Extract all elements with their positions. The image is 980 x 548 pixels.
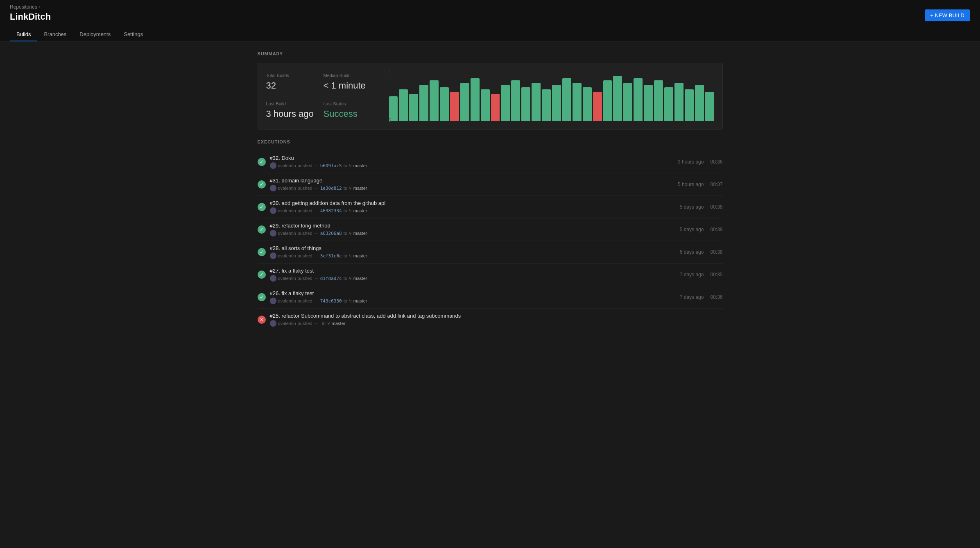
chart-bar — [685, 89, 694, 121]
duration: 00:37 — [710, 182, 722, 187]
duration: 00:38 — [710, 204, 722, 210]
arrow-icon: → — [314, 163, 319, 168]
chart-bar — [583, 87, 592, 121]
execution-branch: master — [353, 163, 367, 168]
execution-action: pushed — [298, 276, 312, 281]
avatar — [270, 207, 276, 214]
repo-title: LinkDitch — [10, 11, 51, 22]
time-ago: 7 days ago — [680, 294, 704, 300]
avatar — [270, 230, 276, 236]
status-icon: ✓ — [258, 180, 266, 189]
branch-icon: ⑂ — [349, 186, 352, 191]
execution-action: pushed — [298, 253, 312, 258]
chart-bar — [644, 85, 653, 121]
breadcrumb-chevron: › — [39, 4, 41, 10]
execution-commit: d1fdad7c — [320, 276, 342, 281]
chart-bars-container — [389, 72, 714, 121]
chart-bar — [562, 78, 571, 121]
chart-bar — [674, 83, 684, 121]
duration: 00:36 — [710, 294, 722, 300]
last-build-label: Last Build — [266, 101, 317, 106]
chart-bar — [664, 87, 673, 121]
chart-bar — [695, 85, 704, 121]
execution-meta: qvalentin pushed → a03206a8 to ⑂ master — [270, 230, 676, 236]
chart-label-top: 1 — [389, 70, 392, 74]
execution-time: 5 days ago00:38 — [680, 227, 723, 232]
execution-action: pushed — [298, 298, 312, 303]
execution-branch: master — [332, 321, 346, 326]
execution-title: #29. refactor long method — [270, 223, 676, 229]
execution-meta: qvalentin pushed → b609fac5 to ⑂ master — [270, 162, 674, 169]
execution-title: #28. all sorts of things — [270, 245, 676, 251]
summary-title: SUMMARY — [258, 51, 723, 56]
status-icon: ✓ — [258, 293, 266, 301]
execution-to: to — [344, 186, 347, 191]
execution-to: to — [344, 208, 347, 213]
execution-row[interactable]: ✓#26. fix a flaky test qvalentin pushed … — [258, 286, 723, 309]
execution-title: #31. domain language — [270, 177, 674, 184]
main-content: SUMMARY Total Builds 32 Median Build < 1… — [244, 41, 736, 341]
chart-bar — [471, 78, 480, 121]
execution-meta: qvalentin pushed → d1fdad7c to ⑂ master — [270, 275, 676, 282]
execution-row[interactable]: ✓#29. refactor long method qvalentin pus… — [258, 218, 723, 241]
execution-time: 7 days ago00:36 — [680, 294, 723, 300]
execution-user: qvalentin — [278, 276, 296, 281]
execution-main: #27. fix a flaky test qvalentin pushed →… — [270, 268, 676, 282]
arrow-icon: → — [314, 231, 319, 236]
chart-bar — [501, 85, 510, 121]
time-ago: 5 days ago — [680, 227, 704, 232]
branch-icon: ⑂ — [349, 163, 352, 168]
tab-settings[interactable]: Settings — [117, 28, 149, 41]
execution-user: qvalentin — [278, 253, 296, 258]
breadcrumb-repos[interactable]: Repositories — [10, 4, 37, 10]
duration: 00:36 — [710, 159, 722, 165]
tab-deployments[interactable]: Deployments — [73, 28, 117, 41]
execution-to: to — [344, 253, 347, 258]
execution-title: #27. fix a flaky test — [270, 268, 676, 274]
branch-icon: ⑂ — [349, 276, 352, 281]
breadcrumb[interactable]: Repositories › — [10, 4, 51, 10]
execution-branch: master — [353, 276, 367, 281]
execution-to: to — [322, 321, 326, 326]
chart-bar — [573, 83, 582, 121]
execution-row[interactable]: ✓#32. Doku qvalentin pushed → b609fac5 t… — [258, 151, 723, 173]
execution-user: qvalentin — [278, 321, 296, 326]
execution-row[interactable]: ✓#30. add getting addition data from the… — [258, 196, 723, 218]
execution-row[interactable]: ✕#25. refactor Subcommand to abstract cl… — [258, 309, 723, 331]
tab-bar: Builds Branches Deployments Settings — [10, 28, 970, 41]
last-status-value: Success — [324, 109, 374, 119]
chart-bar — [552, 85, 561, 121]
duration: 00:38 — [710, 249, 722, 255]
execution-main: #29. refactor long method qvalentin push… — [270, 223, 676, 236]
status-icon: ✓ — [258, 225, 266, 234]
total-builds-stat: Total Builds 32 — [266, 70, 324, 94]
build-chart: 1 5 — [389, 70, 714, 123]
execution-meta: qvalentin pushed → 1e30d812 to ⑂ master — [270, 185, 674, 191]
status-icon: ✓ — [258, 248, 266, 256]
chart-bar — [450, 92, 459, 121]
tab-branches[interactable]: Branches — [37, 28, 73, 41]
new-build-button[interactable]: + NEW BUILD — [925, 9, 970, 21]
execution-row[interactable]: ✓#28. all sorts of things qvalentin push… — [258, 241, 723, 264]
execution-time: 5 days ago00:38 — [680, 204, 723, 210]
execution-main: #25. refactor Subcommand to abstract cla… — [270, 313, 719, 327]
total-builds-value: 32 — [266, 80, 317, 91]
median-build-label: Median Build — [324, 73, 374, 78]
execution-commit: b609fac5 — [320, 163, 342, 168]
chart-bar — [654, 80, 663, 121]
execution-title: #26. fix a flaky test — [270, 290, 676, 296]
executions-title: EXECUTIONS — [258, 139, 723, 144]
execution-commit: 46382334 — [320, 208, 342, 214]
execution-main: #28. all sorts of things qvalentin pushe… — [270, 245, 676, 259]
execution-row[interactable]: ✓#27. fix a flaky test qvalentin pushed … — [258, 264, 723, 286]
tab-builds[interactable]: Builds — [10, 28, 37, 41]
chart-bar — [440, 87, 449, 121]
execution-branch: master — [353, 208, 367, 213]
execution-row[interactable]: ✓#31. domain language qvalentin pushed →… — [258, 173, 723, 196]
arrow-icon: → — [314, 276, 319, 281]
arrow-icon: → — [314, 321, 319, 326]
summary-stats: Total Builds 32 Median Build < 1 minute … — [266, 70, 381, 123]
execution-main: #32. Doku qvalentin pushed → b609fac5 to… — [270, 155, 674, 169]
avatar — [270, 252, 276, 259]
time-ago: 5 days ago — [680, 204, 704, 210]
